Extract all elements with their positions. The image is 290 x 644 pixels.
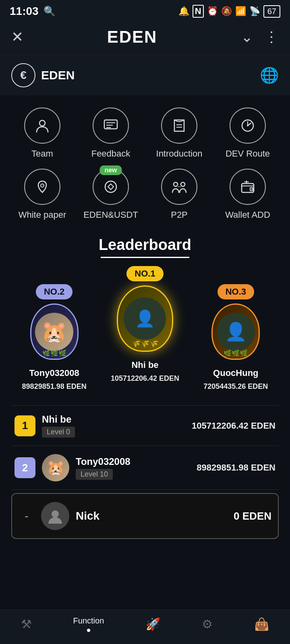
menu-item-wallet-add[interactable]: Wallet ADD [217,169,279,220]
more-button[interactable]: ⋮ [264,29,279,45]
team-label: Team [31,149,53,159]
user-score: 0 EDEN [234,510,271,522]
whitepaper-icon-circle [24,169,60,205]
list-score-1: 105712206.42 EDEN [192,421,276,431]
podium-item-3: NO.3 👤 🌿🌿🌿 QuocHung 72054435.26 EDEN [193,284,279,391]
leaderboard-section: Leaderboard NO.2 🐹 🌿🌿🌿 Tony032008 898298… [11,236,279,539]
rank-badge-1: NO.1 [126,266,163,281]
menu-item-eden-usdt[interactable]: new EDEN&USDT [80,169,142,220]
leaderboard-podium: NO.2 🐹 🌿🌿🌿 Tony032008 89829851.98 EDEN N… [11,274,279,391]
nav-item-function[interactable]: Function [73,616,104,632]
svg-point-11 [41,184,44,187]
bottom-nav: ⚒ Function 🚀 ⚙ 👜 [0,609,290,644]
menu-grid: Team Feedback [11,107,279,220]
list-name-2: Tony032008 [76,456,190,467]
app-title: EDEN [107,27,157,47]
wallet-add-label: Wallet ADD [225,210,270,220]
dev-route-label: DEV Route [226,149,270,159]
list-rank-1: 1 [14,415,35,436]
podium-name-3: QuocHung [213,368,258,378]
nav-item-wallet[interactable]: 👜 [254,617,269,631]
whitepaper-label: White paper [19,210,66,220]
list-rank-2: 2 [14,457,35,478]
globe-icon[interactable]: 🌐 [260,66,279,84]
eden-usdt-icon-circle: new [93,169,129,205]
menu-item-feedback[interactable]: Feedback [80,107,142,159]
svg-point-10 [247,125,249,126]
leaderboard-underline [101,257,189,258]
close-button[interactable]: ✕ [11,29,23,45]
menu-item-dev-route[interactable]: DEV Route [217,107,279,159]
wallet-icon: 👜 [254,617,269,631]
shield-1: 👤 🌾🌾🌾 [117,285,173,352]
svg-point-18 [52,510,59,518]
shield-3: 👤 🌿🌿🌿 [211,303,260,360]
podium-score-1: 105712206.42 EDEN [111,374,179,383]
status-bar: 11:03 🔍 🔔 N ⏰ 🔕 📶 📡 67 [0,0,290,21]
dev-route-icon-circle [230,107,266,144]
podium-item-1: NO.1 👤 🌾🌾🌾 Nhi be 105712206.42 EDEN [102,266,188,383]
menu-item-whitepaper[interactable]: White paper [11,169,73,220]
nav-item-wheel[interactable]: ⚙ [202,617,213,631]
menu-item-p2p[interactable]: P2P [148,169,210,220]
list-info-1: Nhi be Level 0 [42,414,185,438]
app-header: ✕ EDEN ⌄ ⋮ [0,21,290,55]
brand-logo-circle: € [11,63,35,87]
brand-name: EDEN [41,68,75,82]
n-icon: N [193,5,204,18]
podium-score-3: 72054435.26 EDEN [203,382,268,391]
svg-point-12 [105,181,116,192]
menu-item-team[interactable]: Team [11,107,73,159]
user-rank: - [19,510,35,522]
rank-badge-2: NO.2 [36,284,72,299]
list-level-2: Level 10 [76,469,113,480]
current-user-row: - Nick 0 EDEN [11,493,279,539]
function-label: Function [73,616,104,625]
dropdown-button[interactable]: ⌄ [241,29,253,45]
introduction-label: Introduction [156,149,203,159]
user-avatar [41,502,69,530]
svg-point-17 [251,189,253,190]
brand-bar: € EDEN 🌐 [0,55,290,95]
feedback-icon-circle [93,107,129,144]
eden-usdt-label: EDEN&USDT [83,210,138,220]
menu-item-introduction[interactable]: Introduction [148,107,210,159]
status-time: 11:03 [10,5,39,18]
user-name: Nick [76,510,227,522]
alarm-icon: ⏰ [207,6,218,17]
svg-point-14 [181,182,185,186]
podium-item-2: NO.2 🐹 🌿🌿🌿 Tony032008 89829851.98 EDEN [11,284,97,391]
leaderboard-list: 1 Nhi be Level 0 105712206.42 EDEN 2 🐹 T… [11,405,279,539]
wallet-add-icon-circle [230,169,266,205]
list-score-2: 89829851.98 EDEN [197,462,276,473]
battery-icon: 67 [263,5,280,18]
wheel-icon: ⚙ [202,617,213,631]
list-avatar-2: 🐹 [42,454,69,481]
team-icon-circle [24,107,60,144]
podium-name-2: Tony032008 [29,368,79,378]
podium-name-1: Nhi be [131,360,158,370]
header-actions: ⌄ ⋮ [241,29,279,45]
svg-point-13 [174,182,178,186]
nav-item-hammer[interactable]: ⚒ [21,617,32,631]
shield-2: 🐹 🌿🌿🌿 [30,303,79,360]
p2p-label: P2P [171,210,188,220]
nav-item-rocket[interactable]: 🚀 [145,617,160,631]
search-icon[interactable]: 🔍 [44,6,56,17]
mute-icon: 🔕 [221,6,232,17]
brand-logo: € EDEN [11,63,75,87]
leaderboard-title: Leaderboard [11,236,279,254]
main-content: Team Feedback [0,95,290,603]
new-badge: new [99,165,122,175]
introduction-icon-circle [161,107,197,144]
feedback-label: Feedback [91,149,130,159]
wifi-icon: 📶 [235,6,246,17]
list-item: 2 🐹 Tony032008 Level 10 89829851.98 EDEN [11,446,279,490]
list-level-1: Level 0 [42,427,75,438]
p2p-icon-circle [161,169,197,205]
list-info-2: Tony032008 Level 10 [76,456,190,480]
list-name-1: Nhi be [42,414,185,425]
notification-icon: 🔔 [178,6,189,17]
signal-icon: 📡 [249,6,260,17]
rocket-icon: 🚀 [145,617,160,631]
